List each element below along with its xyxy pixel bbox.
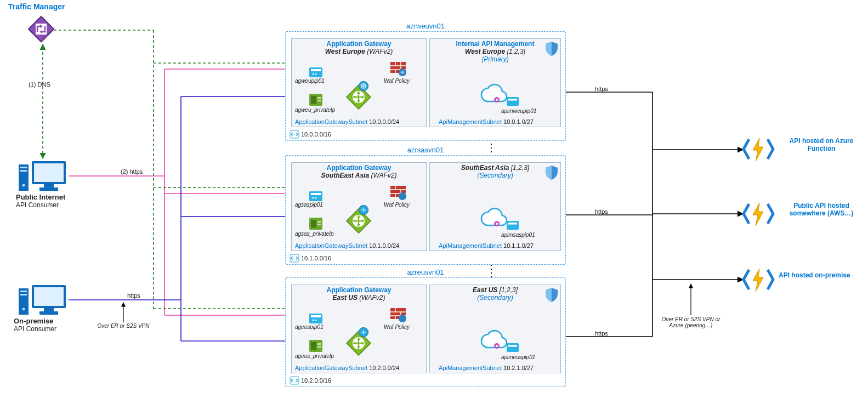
svg-rect-130 [508, 345, 517, 347]
svg-point-113 [315, 320, 317, 321]
svg-rect-117 [317, 346, 321, 348]
ag-sas-waf: Waf Policy [384, 202, 410, 208]
https-label-1: https [595, 86, 608, 92]
ag-eus-region: East US [333, 294, 358, 302]
apim-eus-instances: [1,2,3] [500, 286, 518, 294]
ag-eus-title: Application Gateway [292, 286, 426, 294]
svg-rect-70 [311, 96, 316, 104]
nic-icon [309, 94, 322, 106]
apim-weu-subnet: ApiManagementSubnet [439, 118, 502, 125]
apim-sas-region: SouthEast Asia [461, 164, 509, 172]
ag-weu-subnet-cidr: 10.0.0.0/24 [369, 118, 399, 125]
shield-icon [545, 165, 558, 180]
ag-sas-pip: agsaspip01 [295, 202, 323, 208]
svg-point-87 [294, 134, 295, 135]
svg-rect-59 [20, 294, 27, 295]
svg-rect-49 [19, 164, 29, 191]
svg-rect-63 [44, 308, 54, 311]
ag-sas-title: Application Gateway [292, 164, 426, 172]
svg-point-91 [315, 197, 317, 199]
svg-rect-57 [19, 288, 29, 315]
apim-weu-pip: apimweupip01 [501, 108, 537, 114]
nic-icon [309, 340, 322, 352]
vnet-eus-name: azreusvn01 [407, 268, 444, 276]
svg-point-104 [399, 192, 406, 200]
svg-point-106 [496, 223, 498, 225]
svg-rect-84 [507, 97, 519, 106]
svg-rect-85 [508, 99, 517, 101]
apim-sas-role: (Secondary) [430, 172, 560, 179]
svg-rect-108 [508, 223, 517, 225]
ag-eus-subnet-cidr: 10.2.0.0/24 [369, 365, 399, 371]
svg-rect-71 [317, 97, 321, 99]
ag-eus-pip: ageuspip01 [295, 324, 324, 330]
svg-point-83 [496, 99, 498, 101]
public-internet-title: Public Internet [16, 193, 65, 201]
public-ip-icon [507, 343, 519, 352]
svg-rect-88 [309, 191, 322, 201]
svg-rect-110 [309, 314, 322, 323]
ag-sas-region: SouthEast Asia [321, 172, 369, 179]
svg-rect-94 [317, 221, 321, 223]
svg-rect-62 [34, 287, 64, 306]
ag-weu-sku: (WAFv2) [367, 48, 393, 55]
public-https-label: (2) https [121, 168, 143, 175]
api-management-icon [480, 85, 507, 105]
vnet-cidr-icon [290, 130, 299, 138]
er-note-right: Over ER or S2S VPN or Azure (peering…) [658, 316, 724, 328]
azure-function-icon [742, 135, 774, 163]
onprem-api-node [742, 265, 774, 295]
svg-rect-55 [44, 184, 54, 187]
vnet-weu-name: azrweuvn01 [406, 22, 445, 30]
https-label-2: https [595, 208, 608, 215]
vnet-weu: azrweuvn01 Application Gateway West Euro… [285, 31, 566, 141]
public-ip-icon [507, 97, 519, 106]
apim-eus-subnet: ApiManagementSubnet [439, 365, 502, 371]
azure-function-node [742, 135, 774, 165]
svg-point-68 [315, 73, 317, 75]
svg-point-60 [22, 308, 25, 311]
firewall-icon [390, 62, 406, 76]
public-ip-icon [309, 191, 322, 201]
vnet-sas-cidr: 10.1.0.0/16 [290, 254, 331, 262]
onprem-api-label: API hosted on-premise [779, 271, 850, 279]
ag-weu-waf: Waf Policy [384, 78, 410, 84]
apim-weu-subnet-cidr: 10.0.1.0/27 [503, 118, 534, 125]
apim-sas-subnet-cidr: 10.1.1.0/27 [503, 242, 534, 249]
azure-function-icon [742, 265, 774, 294]
svg-rect-115 [311, 342, 316, 350]
shield-icon [545, 41, 558, 56]
public-ip-icon [507, 221, 519, 230]
ag-weu-subnet: ApplicationGatewaySubnet [295, 118, 367, 125]
apim-sas-subnet: ApiManagementSubnet [439, 242, 502, 249]
svg-rect-64 [39, 311, 58, 315]
ag-sas-box: Application Gateway SouthEast Asia (WAFv… [291, 162, 427, 251]
ag-eus-private: ageus_privateIp [295, 353, 334, 359]
svg-rect-116 [317, 343, 321, 345]
ag-weu-title: Application Gateway [292, 40, 426, 48]
svg-rect-56 [39, 187, 58, 191]
traffic-manager-icon [27, 15, 55, 43]
azure-function-icon [742, 200, 774, 228]
ag-weu-region: West Europe [325, 48, 365, 55]
public-internet-node [18, 158, 69, 194]
ag-eus-subnet: ApplicationGatewaySubnet [295, 365, 367, 371]
vnet-weu-cidr: 10.0.0.0/16 [290, 130, 331, 138]
svg-rect-93 [311, 220, 316, 228]
ag-badge-icon [359, 205, 368, 215]
svg-rect-129 [507, 343, 519, 352]
ag-weu-pip: agweupip01 [295, 78, 325, 84]
onprem-title: On-premise [14, 317, 53, 325]
apim-sas-pip: apimsaspip01 [501, 232, 535, 238]
ag-eus-sku: (WAFv2) [359, 294, 385, 302]
public-internet-subtitle: API Consumer [16, 201, 59, 209]
svg-rect-72 [317, 100, 321, 101]
vnet-sas-name: azrsasvn01 [407, 146, 444, 154]
svg-point-67 [313, 73, 314, 75]
apim-sas-instances: [1,2,3] [511, 164, 529, 172]
svg-point-112 [313, 320, 314, 321]
public-api-node [742, 200, 774, 230]
svg-rect-89 [311, 193, 321, 195]
svg-rect-65 [309, 67, 322, 77]
svg-rect-50 [20, 167, 27, 168]
